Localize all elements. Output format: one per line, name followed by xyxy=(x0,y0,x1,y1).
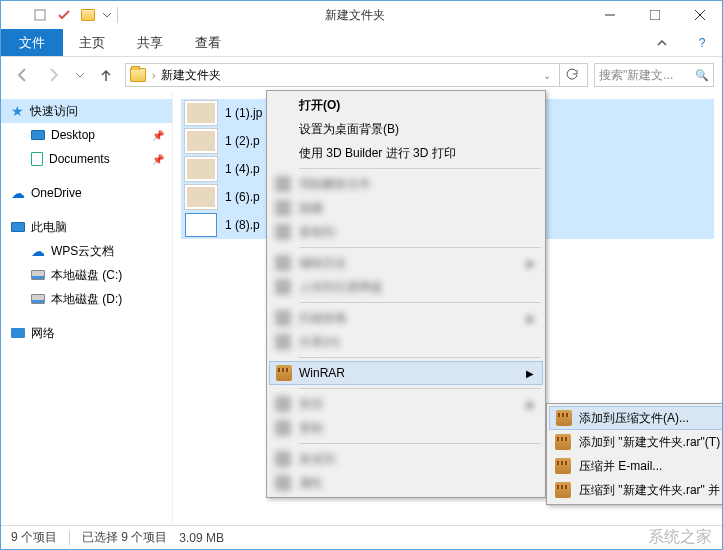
search-placeholder: 搜索"新建文... xyxy=(599,67,691,84)
svg-rect-2 xyxy=(650,10,660,20)
ctx-winrar[interactable]: WinRAR▶ xyxy=(269,361,543,385)
minimize-button[interactable] xyxy=(587,1,632,29)
help-button[interactable]: ? xyxy=(682,29,722,56)
qat-properties[interactable] xyxy=(29,4,51,26)
ctx-blurred[interactable]: 编辑历史▶ xyxy=(269,251,543,275)
ctx-wallpaper[interactable]: 设置为桌面背景(B) xyxy=(269,117,543,141)
search-input[interactable]: 搜索"新建文... 🔍 xyxy=(594,63,714,87)
status-bar: 9 个项目 已选择 9 个项目 3.09 MB 系统之家 xyxy=(1,525,722,549)
ctx-3dbuilder[interactable]: 使用 3D Builder 进行 3D 打印 xyxy=(269,141,543,165)
titlebar: 新建文件夹 xyxy=(1,1,722,29)
winrar-icon xyxy=(555,458,571,474)
network-icon xyxy=(11,328,25,338)
desktop-icon xyxy=(31,130,45,140)
watermark: 系统之家 xyxy=(648,527,712,548)
ctx-blurred[interactable]: 扫描病毒▶ xyxy=(269,306,543,330)
pin-icon: 📌 xyxy=(152,130,164,141)
sidebar-thispc[interactable]: 此电脑 xyxy=(1,215,172,239)
sidebar-wps[interactable]: ☁WPS云文档 xyxy=(1,239,172,263)
address-bar[interactable]: › 新建文件夹 ⌄ xyxy=(125,63,588,87)
chevron-right-icon: › xyxy=(152,70,155,81)
sidebar-disk-d[interactable]: 本地磁盘 (D:) xyxy=(1,287,172,311)
sidebar-quick-access[interactable]: ★快速访问 xyxy=(1,99,172,123)
folder-icon xyxy=(5,4,27,26)
sidebar-desktop[interactable]: Desktop📌 xyxy=(1,123,172,147)
folder-icon xyxy=(130,68,146,82)
qat-check[interactable] xyxy=(53,4,75,26)
ctx-open[interactable]: 打开(O) xyxy=(269,93,543,117)
star-icon: ★ xyxy=(11,103,24,119)
status-size: 3.09 MB xyxy=(179,531,224,545)
winrar-icon xyxy=(555,482,571,498)
pin-icon: 📌 xyxy=(152,154,164,165)
ribbon-expand[interactable] xyxy=(642,29,682,56)
ctx-blurred[interactable]: 隐藏 xyxy=(269,196,543,220)
ctx-blurred[interactable]: 上传到百度网盘 xyxy=(269,275,543,299)
winrar-icon xyxy=(276,365,292,381)
context-submenu: 添加到压缩文件(A)... 添加到 "新建文件夹.rar"(T) 压缩并 E-m… xyxy=(546,403,723,505)
sidebar-network[interactable]: 网络 xyxy=(1,321,172,345)
winrar-icon xyxy=(556,410,572,426)
sidebar: ★快速访问 Desktop📌 Documents📌 ☁OneDrive 此电脑 … xyxy=(1,93,173,523)
winrar-icon xyxy=(555,434,571,450)
ctx-blurred[interactable]: 发送到 xyxy=(269,447,543,471)
sidebar-documents[interactable]: Documents📌 xyxy=(1,147,172,171)
disk-icon xyxy=(31,294,45,304)
address-path: 新建文件夹 xyxy=(161,67,221,84)
disk-icon xyxy=(31,270,45,280)
window-title: 新建文件夹 xyxy=(122,7,587,24)
status-selected: 已选择 9 个项目 xyxy=(82,529,167,546)
tab-home[interactable]: 主页 xyxy=(63,29,121,56)
document-icon xyxy=(31,152,43,166)
ctx-compress-email[interactable]: 压缩并 E-mail... xyxy=(549,454,723,478)
chevron-right-icon: ▶ xyxy=(526,368,534,379)
ctx-add-rar[interactable]: 添加到 "新建文件夹.rar"(T) xyxy=(549,430,723,454)
context-menu: 打开(O) 设置为桌面背景(B) 使用 3D Builder 进行 3D 打印 … xyxy=(266,90,546,498)
ctx-blurred[interactable]: 强制删除文件 xyxy=(269,172,543,196)
ctx-blurred[interactable]: 复制 xyxy=(269,416,543,440)
cloud-icon: ☁ xyxy=(31,243,45,259)
cloud-icon: ☁ xyxy=(11,185,25,201)
ctx-blurred[interactable]: 剪切▶ xyxy=(269,392,543,416)
recent-dropdown[interactable] xyxy=(73,62,87,88)
back-button[interactable] xyxy=(9,62,35,88)
ctx-add-archive[interactable]: 添加到压缩文件(A)... xyxy=(549,406,723,430)
tab-share[interactable]: 共享 xyxy=(121,29,179,56)
ctx-compress-rar-email[interactable]: 压缩到 "新建文件夹.rar" 并 E-m xyxy=(549,478,723,502)
pc-icon xyxy=(11,222,25,232)
qat-dropdown[interactable] xyxy=(101,4,113,26)
folder-icon[interactable] xyxy=(77,4,99,26)
refresh-button[interactable] xyxy=(559,64,583,86)
search-icon: 🔍 xyxy=(695,69,709,82)
close-button[interactable] xyxy=(677,1,722,29)
svg-rect-0 xyxy=(35,10,45,20)
image-thumb xyxy=(185,129,217,153)
image-thumb xyxy=(185,185,217,209)
status-count: 9 个项目 xyxy=(11,529,57,546)
up-button[interactable] xyxy=(93,62,119,88)
forward-button[interactable] xyxy=(41,62,67,88)
sidebar-onedrive[interactable]: ☁OneDrive xyxy=(1,181,172,205)
tab-view[interactable]: 查看 xyxy=(179,29,237,56)
image-thumb xyxy=(185,101,217,125)
address-bar-row: › 新建文件夹 ⌄ 搜索"新建文... 🔍 xyxy=(1,57,722,93)
ctx-blurred[interactable]: 属性 xyxy=(269,471,543,495)
ctx-blurred[interactable]: 复制到 xyxy=(269,220,543,244)
sidebar-disk-c[interactable]: 本地磁盘 (C:) xyxy=(1,263,172,287)
maximize-button[interactable] xyxy=(632,1,677,29)
ctx-blurred[interactable]: 共享(H) xyxy=(269,330,543,354)
image-thumb xyxy=(185,213,217,237)
image-thumb xyxy=(185,157,217,181)
chevron-down-icon[interactable]: ⌄ xyxy=(543,70,551,81)
ribbon: 文件 主页 共享 查看 ? xyxy=(1,29,722,57)
file-tab[interactable]: 文件 xyxy=(1,29,63,56)
